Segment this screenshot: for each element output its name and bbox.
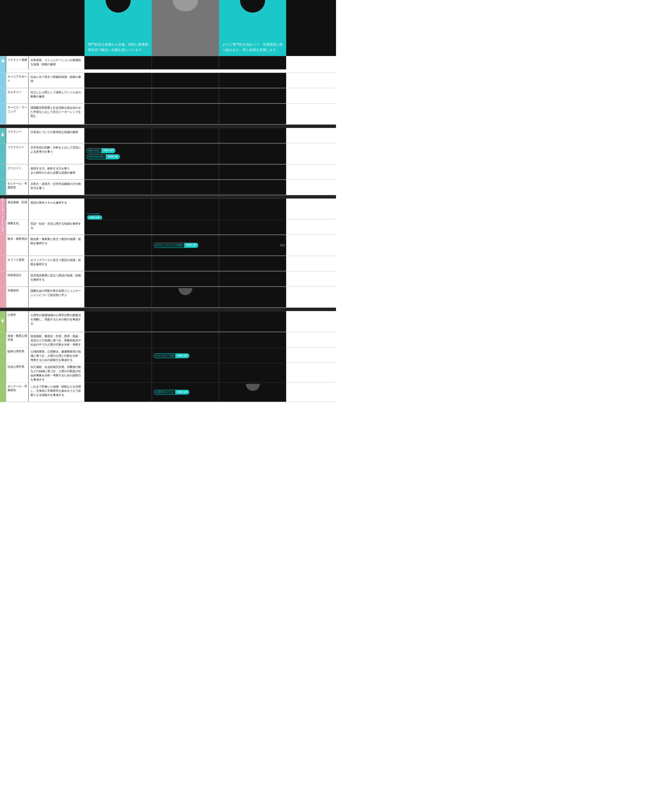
row-name-create: クリエイト <box>6 164 29 179</box>
sep1 <box>0 125 336 128</box>
sep1-6 <box>219 125 286 128</box>
row-global-4: オフィス英語 オフィスワークに役立つ英語の知識・技能を修得する <box>0 256 336 271</box>
row-name-literature: リテラチャー <box>6 143 29 164</box>
sep1-4 <box>85 125 152 128</box>
row-name-sotsuken-global: 卒業研究 <box>6 287 29 307</box>
cat-blank-psych5 <box>0 382 6 402</box>
data-global-3-1 <box>85 235 152 256</box>
row-nihon-1: 日本文化・表現コース リテラシー 日本語についての基本的な知識の修得 <box>0 128 336 143</box>
cat-blank-nihon2 <box>0 143 6 164</box>
sep1-1 <box>0 125 6 128</box>
row-desc-youho: 幼児英語教育に役立つ英語の知識・技能を修得する <box>29 271 85 287</box>
row-name-rinsho: 臨床心理学系 <box>6 348 29 364</box>
header-col1: 専門科目を基礎から学修。同時に教養教育科目で幅広い知識を身につけます。 <box>85 0 152 56</box>
data-psych-5-3 <box>219 382 286 402</box>
data-psych-3-3 <box>219 348 286 364</box>
cat-label-global: グローバル・コミュニケーションコース <box>2 198 5 234</box>
data-cell-3-2 <box>152 88 219 103</box>
cat-blank-2 <box>0 88 6 103</box>
data-global-6-2 <box>152 287 219 307</box>
data-global-5-3 <box>219 271 286 287</box>
data-psych-4-2 <box>152 363 219 384</box>
row-nihon-4: ゼミナール・卒業研究 文章力・表現力・文学作品鑑賞の力や創作力を養う <box>0 180 336 195</box>
data-cell-3-3 <box>219 88 286 103</box>
cat-blank-global3 <box>0 235 6 256</box>
cat-blank-nihon4 <box>0 180 6 195</box>
data-nihon-1-1 <box>85 128 152 143</box>
cat-blank-nihon3 <box>0 164 6 179</box>
counseling-pickup: PICK UP <box>175 353 189 358</box>
gray-blob-psych <box>246 384 260 391</box>
shinri-seminar-pickup: PICK UP <box>175 390 189 395</box>
hotel-pickup: PICK UP <box>184 243 198 248</box>
row-name-seminar-nihon: ゼミナール・卒業研究 <box>6 180 29 195</box>
row-nihon-2: リテラチャー 文学作品の読解・分析をとおして言語による思考力を養う 物語を読む … <box>0 143 336 164</box>
data-global-6-3 <box>219 287 286 307</box>
data-psych-5-1 <box>85 382 152 402</box>
data-nihon-4-1 <box>85 180 152 195</box>
row-name-shinri: 心理学 <box>6 311 29 332</box>
page-wrapper: 専門科目を基礎から学修。同時に教養教育科目で幅広い知識を身につけます。 さらに専… <box>0 0 336 402</box>
header-col1-text: 専門科目を基礎から学修。同時に教養教育科目で幅広い知識を身につけます。 <box>88 42 148 53</box>
row-name-career: キャリアサポート <box>6 73 29 88</box>
row-bunkyo-2: キャリアサポート 社会に出て役立つ実践的知識・技能の修得 <box>0 73 336 88</box>
row-global-6: 卒業研究 国際社会の問題や異文化間コミュニケーションについて総合的に学ぶ <box>0 287 336 308</box>
row-name-office: オフィス英語 <box>6 256 29 271</box>
monogatari-label: 物語を読む <box>87 148 101 153</box>
monogatari-pickup: PICK UP <box>101 148 115 153</box>
gray-blob-global <box>178 288 193 295</box>
header-col2 <box>152 0 219 56</box>
row-name-kanko: 観光・接客英語 <box>6 235 29 256</box>
cat-blank-1 <box>0 73 6 88</box>
row-desc-kanko: 観光業・接客業に役立つ英語の知識・技能を修得する <box>29 235 85 256</box>
data-cell-4-1 <box>85 104 152 125</box>
data-psych-4-3 <box>219 363 286 384</box>
row-name-seminar-psych: ゼミナール・卒業研究 <box>6 382 29 402</box>
header-blob1 <box>106 0 131 13</box>
row-desc-service: 課題解決型授業と社会活動を組み合わせた学習をとおして共立リーダーシップを育む <box>29 104 85 125</box>
row-global-5: 幼保英語士 幼児英語教育に役立つ英語の知識・技能を修得する <box>0 271 336 287</box>
cat-blank-3 <box>0 104 6 125</box>
row-desc-seminar-nihon: 文章力・表現力・文学作品鑑賞の力や創作力を養う <box>29 180 85 195</box>
cat-blank-global6 <box>0 287 6 307</box>
cat-label-nihon: 日本文化・表現コース <box>2 133 5 138</box>
data-psych-5-2: 心理学ゼミナール PICK UP <box>152 382 219 402</box>
cat-blank-global4 <box>0 256 6 271</box>
data-psych-1-2 <box>152 311 219 332</box>
cat-psych: 心理学コース <box>0 311 6 332</box>
data-nihon-4-3 <box>219 180 286 195</box>
row-name-kokusai: 国際文化 <box>6 220 29 235</box>
data-global-2-3 <box>219 220 286 235</box>
row-name-service: サービス・ラーニング <box>6 104 29 125</box>
data-nihon-1-3 <box>219 128 286 143</box>
header-col3: さらに専門性を深めつつ、卒業課題に取り組みます。得た知識を実感します。 <box>219 0 286 56</box>
row-psych-1: 心理学コース 心理学 心理学の基礎知識や心理学分野の調査法を理解し、実践するため… <box>0 311 336 332</box>
data-global-3-3: 英語 <box>219 235 286 256</box>
pickup-hotel: ホテル・レストランの英語 PICK UP <box>154 243 198 248</box>
row-desc-office: オフィスワークに役立つ英語の知識・技能を修得する <box>29 256 85 271</box>
counseling-label: カウンセリング論 <box>154 353 175 358</box>
row-desc-career: 社会に出て役立つ実践的知識・技能の修得 <box>29 73 85 88</box>
row-name-literacy-kiso: リテラシー基礎 <box>6 56 29 70</box>
pickup-pronunciation: Pronunciation PICK UP <box>87 213 149 220</box>
row-name-culture: カルチャー <box>6 88 29 103</box>
row-global-1: グローバル・コミュニケーションコース 英語基礎・応用 英語の基本スキルを修得する… <box>0 198 336 220</box>
data-cell-4-3 <box>219 104 286 125</box>
data-nihon-3-3 <box>219 164 286 179</box>
data-nihon-2-1: 物語を読む PICK UP 近代小説を読む PICK UP <box>85 143 152 164</box>
cat-blank-psych4 <box>0 363 6 384</box>
header-blank3 <box>29 0 85 56</box>
data-cell-1-3 <box>219 56 286 70</box>
data-cell-2-2 <box>152 73 219 88</box>
data-cell-2-3 <box>219 73 286 88</box>
pickup-monogatari: 物語を読む PICK UP <box>87 148 150 153</box>
row-psych-2: 発達・教育心理学系 発達過程、教授法・学習、思考・推論・言語などの知識に基づき、… <box>0 332 336 348</box>
sep1-3 <box>29 125 85 128</box>
data-global-3-2: ホテル・レストランの英語 PICK UP <box>152 235 219 256</box>
data-nihon-2-2 <box>152 143 219 164</box>
data-nihon-3-2 <box>152 164 219 179</box>
data-global-6-1 <box>85 287 152 307</box>
header-blank2 <box>6 0 29 56</box>
kindai-label: 近代小説を読む <box>87 154 106 159</box>
row-name-shakai: 社会心理学系 <box>6 363 29 384</box>
